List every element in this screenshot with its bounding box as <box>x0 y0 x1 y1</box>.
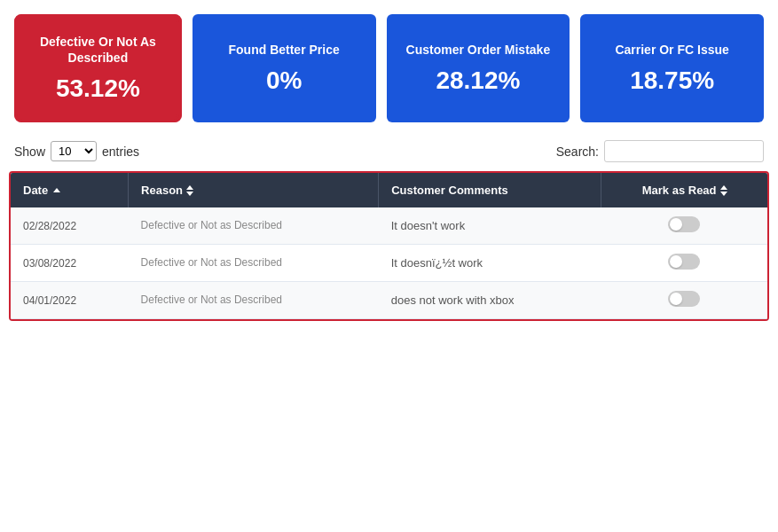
returns-table: Date Reason <box>11 173 767 319</box>
stat-value-defective: 53.12% <box>30 74 166 103</box>
stats-row: Defective Or Not As Described 53.12% Fou… <box>0 0 778 133</box>
stat-card-defective: Defective Or Not As Described 53.12% <box>17 17 179 120</box>
stat-card-carrier-fc: Carrier Or FC Issue 18.75% <box>580 14 764 122</box>
cell-toggle <box>601 282 767 319</box>
controls-right: Search: <box>556 140 764 162</box>
stat-card-better-price: Found Better Price 0% <box>193 14 376 122</box>
stat-value-order-mistake: 28.12% <box>397 66 560 95</box>
mark-sort-icon <box>720 185 727 196</box>
cell-date: 02/28/2022 <box>11 207 129 245</box>
cell-reason: Defective or Not as Described <box>129 207 379 245</box>
controls-left: Show 10 25 50 100 entries <box>14 141 139 161</box>
reason-sort-icon <box>186 185 193 196</box>
cell-date: 04/01/2022 <box>11 282 129 319</box>
table-container: Date Reason <box>9 171 769 321</box>
entries-label: entries <box>102 145 139 159</box>
stat-label-defective: Defective Or Not As Described <box>30 34 166 66</box>
cell-toggle <box>601 207 767 245</box>
cell-toggle <box>601 245 767 282</box>
stat-label-better-price: Found Better Price <box>203 42 365 58</box>
search-input[interactable] <box>604 140 764 162</box>
stat-card-order-mistake: Customer Order Mistake 28.12% <box>387 14 570 122</box>
controls-row: Show 10 25 50 100 entries Search: <box>0 133 778 171</box>
mark-as-read-toggle[interactable] <box>668 216 700 232</box>
th-date[interactable]: Date <box>11 173 129 207</box>
stat-value-better-price: 0% <box>203 66 365 95</box>
table-row: 02/28/2022Defective or Not as DescribedI… <box>11 207 767 245</box>
search-label: Search: <box>556 145 599 159</box>
stat-label-order-mistake: Customer Order Mistake <box>397 42 560 58</box>
cell-reason: Defective or Not as Described <box>129 282 379 319</box>
cell-comment: does not work with xbox <box>379 282 601 319</box>
show-label: Show <box>14 145 45 159</box>
th-customer-comments: Customer Comments <box>379 173 601 207</box>
stat-label-carrier-fc: Carrier Or FC Issue <box>591 42 753 58</box>
cell-comment: It doesnï¿½t work <box>379 245 601 282</box>
table-header-row: Date Reason <box>11 173 767 207</box>
cell-comment: It doesn't work <box>379 207 601 245</box>
cell-date: 03/08/2022 <box>11 245 129 282</box>
entries-select[interactable]: 10 25 50 100 <box>51 141 97 161</box>
cell-reason: Defective or Not as Described <box>129 245 379 282</box>
mark-as-read-toggle[interactable] <box>668 254 700 270</box>
table-row: 03/08/2022Defective or Not as DescribedI… <box>11 245 767 282</box>
stat-value-carrier-fc: 18.75% <box>591 66 753 95</box>
th-reason[interactable]: Reason <box>129 173 379 207</box>
table-row: 04/01/2022Defective or Not as Describedd… <box>11 282 767 319</box>
th-mark-as-read[interactable]: Mark as Read <box>601 173 767 207</box>
mark-as-read-toggle[interactable] <box>668 291 700 307</box>
date-sort-icon <box>53 188 60 192</box>
stat-card-wrapper-defective: Defective Or Not As Described 53.12% <box>14 14 182 122</box>
